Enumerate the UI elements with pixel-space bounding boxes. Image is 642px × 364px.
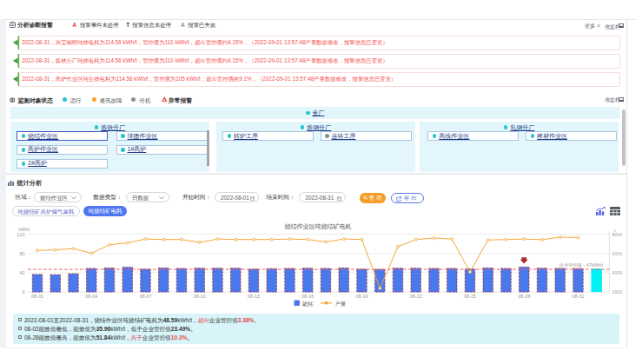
svg-text:08-01: 08-01 [31, 294, 43, 299]
svg-text:08-16: 08-16 [301, 294, 314, 299]
svg-text:40: 40 [19, 270, 24, 275]
svg-text:A: A [162, 98, 165, 103]
svg-text:kWh/t: kWh/t [19, 227, 30, 232]
svg-text:4000: 4000 [612, 270, 623, 275]
svg-text:8000: 8000 [612, 232, 623, 237]
svg-text:08-13: 08-13 [248, 294, 260, 299]
svg-text:08-04: 08-04 [85, 294, 97, 299]
svg-text:烧结作业区吨烧结矿电耗: 烧结作业区吨烧结矿电耗 [285, 223, 352, 230]
svg-text:120: 120 [17, 232, 24, 237]
svg-text:08-22: 08-22 [410, 294, 422, 299]
svg-text:80: 80 [19, 251, 24, 256]
svg-text:能耗: 能耗 [302, 301, 314, 308]
svg-text:产量: 产量 [335, 301, 347, 307]
svg-text:6000: 6000 [612, 251, 623, 256]
svg-text:2000: 2000 [612, 289, 623, 295]
svg-text:企业管控值：47kWh/t: 企业管控值：47kWh/t [559, 262, 604, 268]
svg-text:08-25: 08-25 [464, 294, 476, 299]
svg-text:08-07: 08-07 [139, 294, 151, 299]
svg-text:08-31: 08-31 [572, 294, 584, 299]
svg-text:08-28: 08-28 [518, 294, 530, 299]
svg-text:08-19: 08-19 [355, 294, 367, 299]
svg-text:0: 0 [22, 289, 24, 295]
svg-text:08-10: 08-10 [194, 294, 206, 299]
